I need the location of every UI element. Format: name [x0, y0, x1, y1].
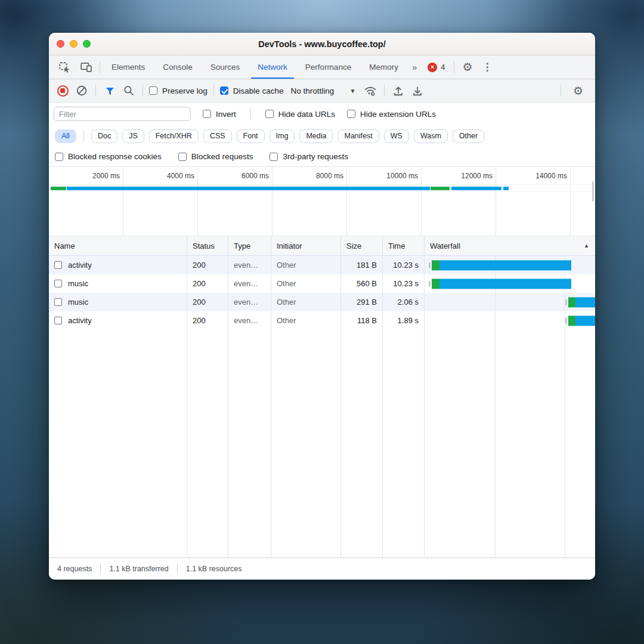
chip-wasm[interactable]: Wasm: [414, 129, 448, 143]
request-time: 10.23 s: [383, 274, 425, 293]
console-errors-button[interactable]: × 4: [422, 55, 451, 79]
divider: [83, 130, 84, 142]
tab-memory[interactable]: Memory: [360, 55, 407, 79]
chip-media[interactable]: Media: [299, 129, 333, 143]
preserve-log-label: Preserve log: [162, 86, 208, 95]
search-icon[interactable]: [121, 83, 137, 98]
disable-cache-label: Disable cache: [233, 86, 284, 95]
preserve-log-checkbox[interactable]: Preserve log: [149, 86, 208, 95]
disable-cache-checkbox[interactable]: Disable cache: [220, 86, 284, 95]
divider: [250, 108, 251, 120]
row-checkbox[interactable]: [54, 317, 62, 324]
table-row[interactable]: activity 200 even… Other 118 B 1.89 s: [49, 311, 595, 330]
divider: [177, 564, 178, 574]
checkbox-unchecked-icon: [265, 110, 274, 118]
column-header-initiator[interactable]: Initiator: [271, 236, 341, 255]
checkbox-unchecked-icon: [203, 110, 211, 118]
filter-funnel-icon[interactable]: [102, 83, 117, 98]
invert-checkbox[interactable]: Invert: [203, 110, 236, 119]
table-row[interactable]: music 200 even… Other 291 B 2.06 s: [49, 293, 595, 311]
chip-all[interactable]: All: [55, 129, 76, 143]
tab-network[interactable]: Network: [249, 55, 296, 79]
checkbox-unchecked-icon: [347, 110, 355, 118]
axis-tick-label: 6000 ms: [242, 172, 272, 180]
waterfall-tick: [429, 262, 431, 268]
tab-console[interactable]: Console: [154, 55, 202, 79]
chip-ws[interactable]: WS: [384, 129, 409, 143]
waterfall-tick: [565, 318, 567, 323]
chip-fetch-xhr[interactable]: Fetch/XHR: [149, 129, 199, 143]
divider: [100, 564, 101, 574]
tab-performance[interactable]: Performance: [296, 55, 360, 79]
zoom-window-button[interactable]: [83, 40, 91, 48]
request-initiator: Other: [271, 256, 341, 274]
column-header-name[interactable]: Name: [49, 236, 187, 255]
close-window-button[interactable]: [57, 40, 64, 48]
table-row[interactable]: music 200 even… Other 560 B 10.23 s: [49, 274, 595, 293]
more-tabs-icon[interactable]: »: [407, 55, 422, 79]
request-type-chips: All Doc JS Fetch/XHR CSS Font Img Media …: [49, 125, 595, 147]
filter-input[interactable]: [54, 107, 191, 121]
checkbox-checked-icon: [220, 86, 228, 95]
devtools-tabbar: Elements Console Sources Network Perform…: [49, 55, 595, 79]
column-header-status[interactable]: Status: [187, 236, 228, 255]
network-settings-gear-icon[interactable]: ⚙: [567, 84, 589, 98]
row-checkbox[interactable]: [54, 261, 62, 269]
record-network-log-button[interactable]: [55, 83, 70, 98]
request-status: 200: [187, 311, 228, 330]
chip-img[interactable]: Img: [270, 129, 295, 143]
waterfall-waiting-segment: [432, 260, 439, 270]
hide-extension-urls-checkbox[interactable]: Hide extension URLs: [347, 110, 436, 119]
request-time: 10.23 s: [383, 256, 425, 274]
chip-manifest[interactable]: Manifest: [338, 129, 379, 143]
device-toolbar-icon[interactable]: [75, 55, 97, 79]
table-row[interactable]: activity 200 even… Other 181 B 10.23 s: [49, 256, 595, 274]
inspect-element-icon[interactable]: [54, 55, 75, 79]
tab-elements[interactable]: Elements: [103, 55, 154, 79]
hide-data-urls-checkbox[interactable]: Hide data URLs: [265, 110, 335, 119]
chip-font[interactable]: Font: [237, 129, 265, 143]
throttling-select[interactable]: No throttling ▼: [287, 86, 360, 95]
network-overview-timeline[interactable]: 2000 ms 4000 ms 6000 ms 8000 ms 10000 ms…: [49, 167, 595, 236]
throttling-value: No throttling: [291, 86, 335, 95]
export-har-icon[interactable]: [410, 83, 425, 98]
chip-js[interactable]: JS: [122, 129, 144, 143]
row-checkbox[interactable]: [54, 298, 62, 306]
divider: [384, 85, 385, 97]
waterfall-waiting-segment: [432, 278, 439, 289]
waterfall-download-segment: [575, 297, 595, 307]
chip-css[interactable]: CSS: [203, 129, 232, 143]
request-name: music: [68, 298, 88, 306]
checkbox-unchecked-icon: [149, 86, 157, 95]
blocked-requests-checkbox[interactable]: Blocked requests: [178, 152, 253, 161]
chip-other[interactable]: Other: [453, 129, 484, 143]
row-checkbox[interactable]: [54, 280, 62, 287]
chip-doc[interactable]: Doc: [91, 129, 117, 143]
axis-tick-label: 8000 ms: [316, 172, 346, 180]
overview-scrollbar[interactable]: [592, 181, 594, 202]
request-type: even…: [228, 256, 271, 274]
overview-bar: [49, 185, 595, 192]
resources-size: 1.1 kB resources: [186, 565, 242, 573]
minimize-window-button[interactable]: [70, 40, 78, 48]
column-header-waterfall[interactable]: Waterfall ▲: [425, 236, 595, 255]
tab-sources[interactable]: Sources: [202, 55, 249, 79]
settings-gear-icon[interactable]: ⚙: [457, 55, 479, 79]
column-header-time[interactable]: Time: [383, 236, 425, 255]
column-header-size[interactable]: Size: [341, 236, 383, 255]
column-header-type[interactable]: Type: [228, 236, 271, 255]
error-count: 4: [441, 63, 445, 72]
import-har-icon[interactable]: [391, 83, 406, 98]
requests-table-body: activity 200 even… Other 181 B 10.23 s m…: [49, 256, 595, 558]
request-name: activity: [68, 316, 92, 325]
blocked-response-cookies-checkbox[interactable]: Blocked response cookies: [55, 152, 162, 161]
third-party-requests-checkbox[interactable]: 3rd-party requests: [270, 152, 348, 161]
network-conditions-icon[interactable]: [363, 83, 378, 98]
request-name: activity: [68, 261, 92, 270]
kebab-menu-icon[interactable]: ⋮: [479, 55, 500, 79]
checkbox-unchecked-icon: [178, 153, 187, 161]
axis-tick-label: 4000 ms: [167, 172, 197, 180]
request-size: 291 B: [341, 293, 383, 311]
clear-network-log-button[interactable]: [74, 83, 89, 98]
requests-table-header: Name Status Type Initiator Size Time Wat…: [49, 236, 595, 256]
